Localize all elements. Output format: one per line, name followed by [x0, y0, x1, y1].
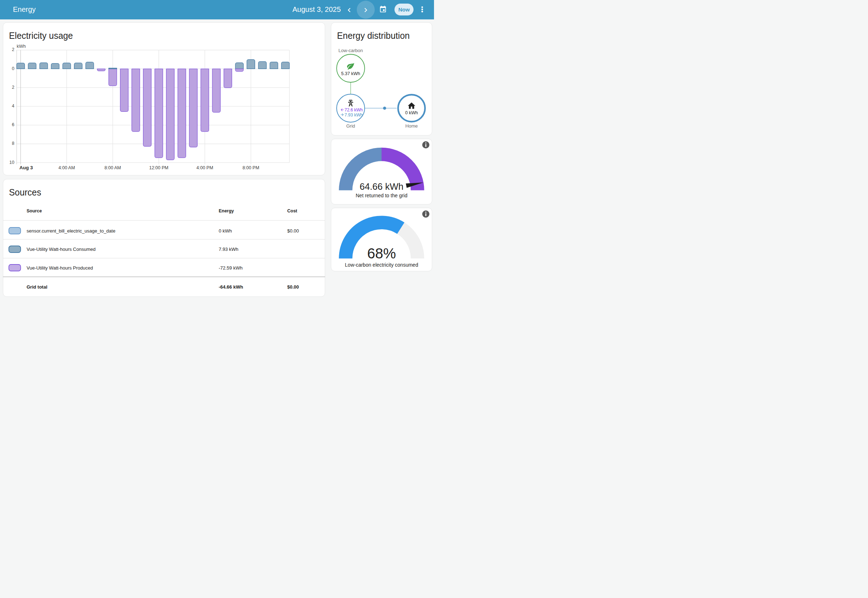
- svg-text:4:00 AM: 4:00 AM: [58, 165, 75, 170]
- svg-text:8: 8: [12, 141, 14, 146]
- svg-text:0 kWh: 0 kWh: [405, 110, 418, 115]
- svg-text:Grid total: Grid total: [27, 284, 48, 290]
- svg-text:Energy: Energy: [219, 208, 234, 214]
- svg-text:5.37 kWh: 5.37 kWh: [341, 71, 360, 76]
- svg-text:64.66 kWh: 64.66 kWh: [360, 181, 403, 191]
- svg-text:7.93 kWh: 7.93 kWh: [219, 247, 239, 252]
- svg-text:12:00 PM: 12:00 PM: [149, 165, 169, 170]
- svg-text:68%: 68%: [367, 245, 396, 261]
- svg-text:Cost: Cost: [287, 208, 298, 214]
- svg-text:Grid: Grid: [346, 123, 355, 129]
- svg-text:4: 4: [12, 103, 14, 109]
- svg-text:10: 10: [9, 160, 14, 165]
- svg-text:8:00 AM: 8:00 AM: [105, 165, 121, 170]
- svg-text:2: 2: [12, 85, 14, 90]
- svg-text:Low-carbon: Low-carbon: [338, 48, 363, 53]
- svg-text:6: 6: [12, 122, 14, 127]
- svg-text:0: 0: [12, 66, 14, 71]
- svg-text:sensor.current_bill_electric_u: sensor.current_bill_electric_usage_to_da…: [27, 228, 115, 233]
- svg-text:4:00 PM: 4:00 PM: [197, 165, 214, 170]
- svg-text:kWh: kWh: [17, 44, 26, 49]
- svg-text:Aug 3: Aug 3: [19, 165, 33, 170]
- svg-text:Vue-Utility Watt-hours Produce: Vue-Utility Watt-hours Produced: [27, 265, 93, 271]
- svg-text:0 kWh: 0 kWh: [219, 228, 232, 233]
- svg-text:72.6 kWh: 72.6 kWh: [345, 108, 363, 112]
- svg-text:2: 2: [12, 47, 14, 52]
- svg-text:Source: Source: [27, 208, 42, 214]
- svg-text:Low-carbon electricity consume: Low-carbon electricity consumed: [345, 262, 418, 268]
- svg-text:7.93 kWh: 7.93 kWh: [345, 112, 363, 118]
- svg-text:$0.00: $0.00: [287, 228, 299, 233]
- svg-text:Net returned to the grid: Net returned to the grid: [356, 193, 408, 198]
- svg-text:Home: Home: [405, 123, 418, 129]
- svg-text:Vue-Utility Watt-hours Consume: Vue-Utility Watt-hours Consumed: [27, 247, 96, 252]
- svg-text:8:00 PM: 8:00 PM: [242, 165, 259, 170]
- svg-text:-72.59 kWh: -72.59 kWh: [219, 265, 242, 271]
- svg-text:-64.66 kWh: -64.66 kWh: [219, 284, 243, 290]
- svg-text:$0.00: $0.00: [287, 284, 299, 290]
